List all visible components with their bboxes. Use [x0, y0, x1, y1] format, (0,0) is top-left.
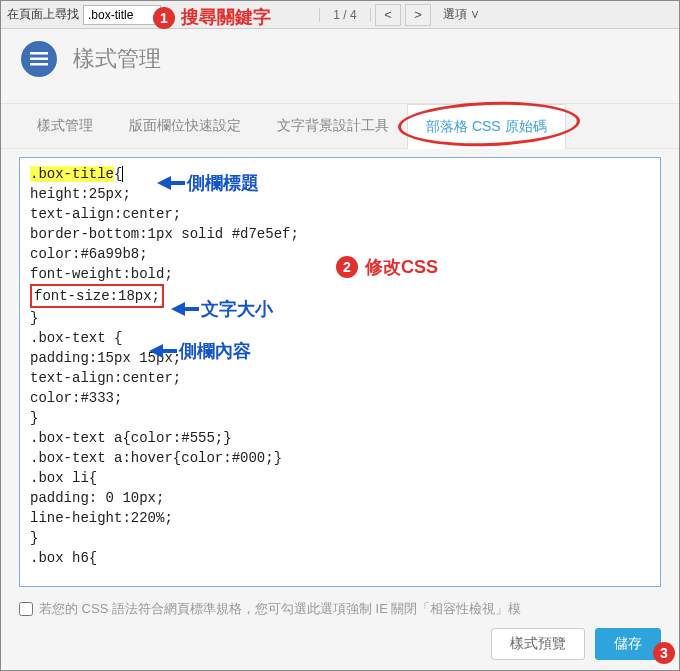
- annotation-blue-3: 側欄內容: [149, 339, 251, 363]
- tabs: 樣式管理 版面欄位快速設定 文字背景設計工具 部落格 CSS 原始碼: [1, 103, 679, 149]
- tab-text-bg-tool[interactable]: 文字背景設計工具: [259, 104, 407, 148]
- annotation-badge-1: 1: [153, 7, 175, 29]
- header: 樣式管理: [1, 29, 679, 85]
- find-input[interactable]: [83, 5, 161, 25]
- find-options-button[interactable]: 選項 ∨: [435, 4, 488, 26]
- hamburger-icon: [30, 52, 48, 66]
- tab-style-manage[interactable]: 樣式管理: [19, 104, 111, 148]
- css-editor-wrap: .box-title{ height:25px; text-align:cent…: [19, 157, 661, 587]
- tab-blog-css-source[interactable]: 部落格 CSS 原始碼: [407, 104, 566, 149]
- footer: 若您的 CSS 語法符合網頁標準規格，您可勾選此選項強制 IE 關閉「相容性檢視…: [1, 592, 679, 670]
- annotation-text-1: 搜尋關鍵字: [181, 5, 271, 29]
- annotation-blue-1: 側欄標題: [157, 171, 259, 195]
- compat-text: 若您的 CSS 語法符合網頁標準規格，您可勾選此選項強制 IE 關閉「相容性檢視…: [39, 600, 521, 618]
- find-next-button[interactable]: >: [405, 4, 431, 26]
- arrow-left-icon: [171, 302, 185, 316]
- svg-rect-1: [30, 58, 48, 61]
- annotation-badge-3: 3: [653, 642, 675, 664]
- page-title: 樣式管理: [73, 44, 161, 74]
- find-count: 1 / 4: [319, 8, 371, 22]
- arrow-left-icon: [157, 176, 171, 190]
- search-highlight: .box-title: [30, 166, 114, 182]
- save-button[interactable]: 儲存: [595, 628, 661, 660]
- annotation-badge-2: 2: [336, 256, 358, 278]
- svg-rect-0: [30, 52, 48, 55]
- menu-button[interactable]: [21, 41, 57, 77]
- annotation-text-2: 修改CSS: [365, 255, 438, 279]
- preview-button[interactable]: 樣式預覽: [491, 628, 585, 660]
- compat-checkbox-row[interactable]: 若您的 CSS 語法符合網頁標準規格，您可勾選此選項強制 IE 關閉「相容性檢視…: [19, 600, 661, 618]
- annotation-blue-2: 文字大小: [171, 297, 273, 321]
- compat-checkbox[interactable]: [19, 602, 33, 616]
- find-prev-button[interactable]: <: [375, 4, 401, 26]
- find-bar: 在頁面上尋找 1 / 4 < > 選項 ∨: [1, 1, 679, 29]
- tab-layout-quick[interactable]: 版面欄位快速設定: [111, 104, 259, 148]
- arrow-left-icon: [149, 344, 163, 358]
- annotation-redbox: font-size:18px;: [30, 284, 164, 308]
- button-row: 樣式預覽 儲存: [19, 628, 661, 660]
- find-label: 在頁面上尋找: [7, 6, 79, 23]
- css-editor[interactable]: .box-title{ height:25px; text-align:cent…: [20, 158, 660, 586]
- svg-rect-2: [30, 63, 48, 66]
